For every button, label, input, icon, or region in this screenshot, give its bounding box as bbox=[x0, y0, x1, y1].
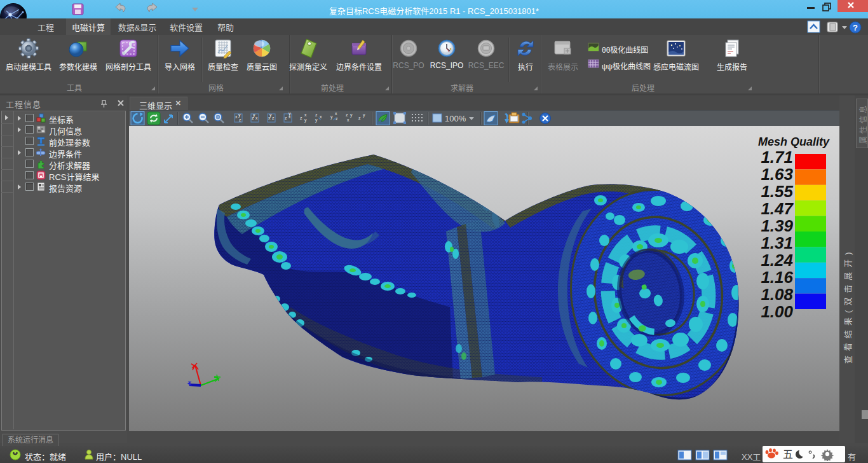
svg-text:100%: 100% bbox=[445, 114, 466, 123]
svg-text:y: y bbox=[330, 114, 333, 120]
svg-text:1.63: 1.63 bbox=[761, 165, 793, 184]
svg-text:z: z bbox=[315, 113, 318, 117]
svg-text:y: y bbox=[269, 113, 272, 118]
svg-text:z: z bbox=[285, 116, 287, 120]
svg-text:1.16: 1.16 bbox=[761, 268, 793, 287]
svg-text:1.00: 1.00 bbox=[761, 302, 793, 321]
svg-text:z: z bbox=[358, 116, 361, 120]
svg-text:z: z bbox=[272, 116, 275, 120]
svg-text:x: x bbox=[304, 113, 307, 117]
svg-text:y: y bbox=[253, 113, 255, 118]
svg-text:y: y bbox=[238, 113, 241, 118]
svg-text:五: 五 bbox=[783, 449, 793, 460]
svg-text:y: y bbox=[363, 113, 365, 118]
svg-text:1.31: 1.31 bbox=[761, 233, 793, 252]
svg-text:?: ? bbox=[853, 23, 858, 32]
svg-text:z: z bbox=[336, 116, 338, 121]
svg-text:x: x bbox=[347, 118, 349, 122]
svg-text:1.71: 1.71 bbox=[761, 148, 793, 167]
svg-text:z: z bbox=[300, 116, 302, 120]
svg-text:1.47: 1.47 bbox=[761, 199, 794, 218]
svg-text:y: y bbox=[288, 111, 291, 116]
svg-text:z: z bbox=[346, 113, 348, 117]
svg-text:y: y bbox=[304, 118, 307, 123]
svg-text:x: x bbox=[255, 116, 258, 120]
svg-text:x: x bbox=[335, 111, 337, 116]
svg-text:x: x bbox=[320, 114, 322, 119]
svg-text:y: y bbox=[350, 113, 353, 118]
svg-text:1.24: 1.24 bbox=[761, 251, 793, 270]
svg-text:1.39: 1.39 bbox=[761, 216, 793, 235]
svg-text:1.55: 1.55 bbox=[761, 182, 793, 201]
svg-text:1.08: 1.08 bbox=[761, 285, 793, 304]
svg-text:y: y bbox=[315, 118, 318, 123]
svg-text:z: z bbox=[239, 118, 241, 122]
svg-text:x: x bbox=[235, 114, 238, 119]
svg-text:Mesh Quality: Mesh Quality bbox=[758, 135, 830, 148]
